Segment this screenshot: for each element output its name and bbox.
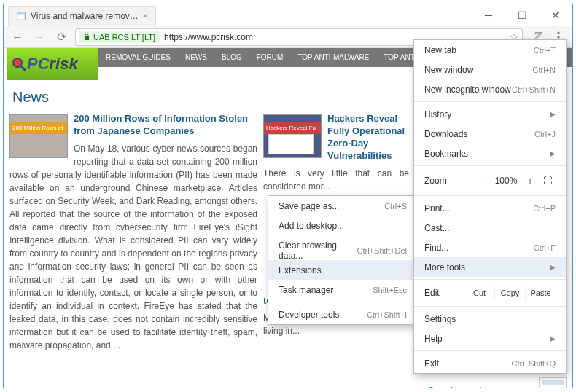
edit-cut-button[interactable]: Cut xyxy=(464,286,494,300)
submenu-extensions[interactable]: Extensions xyxy=(268,260,417,280)
submenu-task-manager[interactable]: Task managerShift+Esc xyxy=(268,280,417,299)
article-1-body: On May 18, various cyber news sources be… xyxy=(9,142,257,352)
article-1-thumb[interactable]: 200 Million Rows of xyxy=(9,114,68,158)
zoom-out-button[interactable]: − xyxy=(472,175,491,187)
nav-top-malware[interactable]: TOP ANTI-MALWARE xyxy=(290,48,376,67)
svg-rect-2 xyxy=(85,36,89,40)
sidebar-item[interactable]: Search.searchyrs.com Redirect xyxy=(428,377,567,388)
menu-downloads[interactable]: DownloadsCtrl+J xyxy=(414,124,566,144)
svg-point-6 xyxy=(13,58,22,67)
menu-zoom-row: Zoom − 100% + ⛶ xyxy=(414,168,566,193)
submenu-save-page[interactable]: Save page as...Ctrl+S xyxy=(268,196,417,216)
svg-rect-1 xyxy=(17,12,26,15)
edit-copy-button[interactable]: Copy xyxy=(494,286,525,300)
menu-help[interactable]: Help▶ xyxy=(414,329,566,348)
url-text: https://www.pcrisk.com xyxy=(164,32,253,42)
menu-bookmarks[interactable]: Bookmarks▶ xyxy=(414,144,566,163)
back-button[interactable]: ← xyxy=(9,29,26,45)
svg-point-3 xyxy=(557,31,559,34)
nav-removal-guides[interactable]: REMOVAL GUIDES xyxy=(98,48,178,67)
menu-cast[interactable]: Cast... xyxy=(414,218,566,238)
menu-new-incognito[interactable]: New incognito windowCtrl+Shift+N xyxy=(414,79,566,99)
edit-paste-button[interactable]: Paste xyxy=(525,286,556,300)
minimize-button[interactable]: ─ xyxy=(472,4,505,26)
nav-blog[interactable]: BLOG xyxy=(214,48,249,67)
menu-new-tab[interactable]: New tabCtrl+T xyxy=(414,40,566,60)
menu-new-window[interactable]: New windowCtrl+N xyxy=(414,60,566,79)
chevron-right-icon: ▶ xyxy=(550,149,556,157)
menu-exit[interactable]: ExitCtrl+Shift+Q xyxy=(414,353,566,373)
svg-point-4 xyxy=(557,36,559,38)
lock-icon xyxy=(83,34,90,41)
chevron-right-icon: ▶ xyxy=(550,110,556,118)
submenu-clear-browsing[interactable]: Clear browsing data...Ctrl+Shift+Del xyxy=(268,240,417,260)
menu-settings[interactable]: Settings xyxy=(414,309,566,329)
menu-edit-row: Edit Cut Copy Paste xyxy=(414,282,566,304)
zoom-percent: 100% xyxy=(491,176,521,186)
maximize-button[interactable]: ☐ xyxy=(505,4,539,26)
chevron-right-icon: ▶ xyxy=(550,263,556,271)
article-2-thumb[interactable]: Hackers Reveal Fu xyxy=(263,114,322,158)
sidebar-thumb xyxy=(539,377,567,388)
chrome-main-menu: New tabCtrl+T New windowCtrl+N New incog… xyxy=(413,39,567,374)
zoom-in-button[interactable]: + xyxy=(521,175,540,187)
menu-print[interactable]: Print...Ctrl+P xyxy=(414,198,566,218)
menu-history[interactable]: History▶ xyxy=(414,104,566,124)
forward-button[interactable]: → xyxy=(31,29,47,45)
chevron-right-icon: ▶ xyxy=(550,334,556,342)
window-close-button[interactable]: ✕ xyxy=(539,4,572,26)
article-1: 200 Million Rows of 200 Million Rows of … xyxy=(9,113,257,388)
page-icon xyxy=(16,11,26,21)
article-2: Hackers Reveal Fu Hackers Reveal Fully O… xyxy=(263,113,409,193)
menu-more-tools[interactable]: More tools▶ xyxy=(414,257,566,277)
menu-find[interactable]: Find...Ctrl+F xyxy=(414,238,566,257)
ssl-cert-badge[interactable]: UAB RCS LT [LT] xyxy=(79,31,160,43)
browser-tab[interactable]: Virus and malware remov… × xyxy=(8,6,156,26)
nav-forum[interactable]: FORUM xyxy=(249,48,291,67)
fullscreen-button[interactable]: ⛶ xyxy=(540,176,556,186)
reload-button[interactable]: ⟳ xyxy=(53,29,69,45)
submenu-dev-tools[interactable]: Developer toolsCtrl+Shift+I xyxy=(268,305,417,324)
article-2-body: There is very little that can be conside… xyxy=(263,167,409,193)
browser-window: Virus and malware remov… × ─ ☐ ✕ ← → ⟳ U… xyxy=(3,4,573,388)
more-tools-submenu: Save page as...Ctrl+S Add to desktop... … xyxy=(268,195,418,325)
tab-close-icon[interactable]: × xyxy=(143,11,148,21)
nav-news[interactable]: NEWS xyxy=(178,48,214,67)
tab-title: Virus and malware remov… xyxy=(31,11,139,21)
submenu-add-desktop[interactable]: Add to desktop... xyxy=(268,216,417,235)
title-bar: Virus and malware remov… × ─ ☐ ✕ xyxy=(4,4,572,26)
